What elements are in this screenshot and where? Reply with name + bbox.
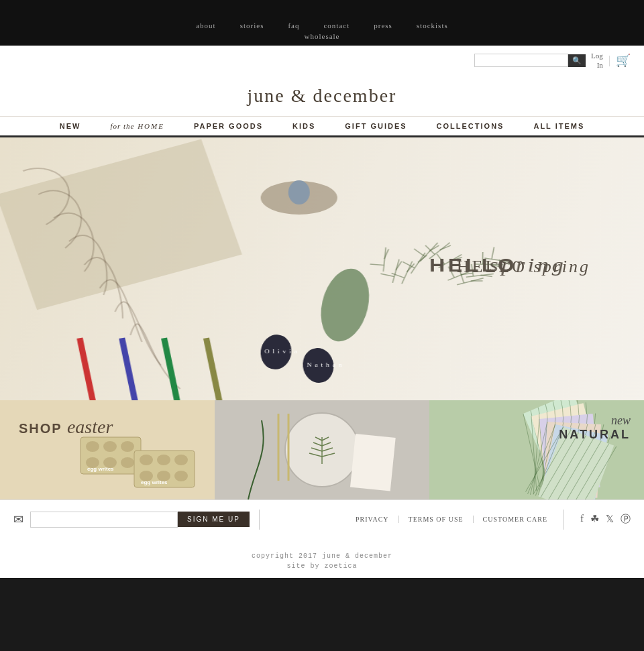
shop-word: SHOP [19, 421, 67, 436]
nav-contact[interactable]: contact [311, 21, 362, 29]
mainnav-gift-guides[interactable]: GIFT GUIDES [330, 122, 421, 130]
mainnav-paper-goods[interactable]: PAPER GOODS [179, 122, 278, 130]
hero-hello: HELLO [457, 257, 527, 276]
promo-tile-table[interactable] [215, 400, 429, 499]
social-icons: f ☘ 𝕏 Ⓟ [580, 513, 631, 526]
nav-stories[interactable]: stories [228, 21, 276, 29]
nav-wholesale[interactable]: wholesale [305, 32, 340, 42]
login-link[interactable]: LogIn [591, 51, 603, 70]
footer-links: PRIVACY TERMS OF USE CUSTOMER CARE [346, 516, 557, 523]
site-logo[interactable]: june & december [0, 85, 644, 107]
top-bar [0, 0, 644, 15]
easter-word: easter [67, 416, 113, 437]
mainnav-collections[interactable]: COLLECTIONS [422, 122, 519, 130]
hero-text: HELLO spring [457, 257, 590, 277]
promo-row: SHOP easter new NATURAL [0, 400, 644, 499]
nav-faq[interactable]: FAQ [276, 21, 311, 29]
instagram-icon[interactable]: ☘ [590, 513, 599, 526]
email-input[interactable] [30, 512, 178, 528]
nav-wholesale-row: wholesale [0, 32, 644, 42]
footer-site-by: site by zoetica [0, 563, 644, 570]
signup-button[interactable]: SIGN ME UP [178, 512, 250, 527]
mainnav-home[interactable]: for the HOME [95, 122, 179, 130]
utility-bar: 🔍 LogIn | 🛒 [0, 46, 644, 73]
account-area: LogIn | 🛒 [591, 51, 631, 70]
footer-customer-care[interactable]: CUSTOMER CARE [474, 516, 557, 523]
divider [259, 510, 260, 530]
promo-tile-easter[interactable]: SHOP easter [0, 400, 215, 499]
footer-bottom: copyright 2017 june & december site by z… [0, 539, 644, 578]
footer-terms[interactable]: TERMS OF USE [399, 516, 474, 523]
natural-word: NATURAL [559, 428, 631, 441]
table-canvas [215, 400, 429, 499]
nav-stockists[interactable]: stockists [405, 21, 460, 29]
promo-tile-natural[interactable]: new NATURAL [429, 400, 644, 499]
cart-icon[interactable]: 🛒 [616, 53, 631, 68]
easter-label: SHOP easter [19, 416, 113, 438]
hero-section: HELLO spring [0, 137, 644, 400]
twitter-icon[interactable]: 𝕏 [606, 513, 614, 526]
footer-privacy[interactable]: PRIVACY [346, 516, 399, 523]
hero-spring: spring [534, 257, 590, 276]
natural-label: new NATURAL [559, 414, 631, 442]
nav-press[interactable]: press [362, 21, 405, 29]
logo-area: june & december [0, 73, 644, 116]
mail-icon: ✉ [13, 512, 23, 527]
search-form: 🔍 [474, 54, 586, 67]
footer-signup: ✉ SIGN ME UP PRIVACY TERMS OF USE CUSTOM… [0, 499, 644, 539]
new-word: new [559, 414, 631, 428]
search-input[interactable] [474, 54, 568, 67]
main-nav: NEW for the HOME PAPER GOODS KIDS GIFT G… [0, 116, 644, 137]
footer-copyright: copyright 2017 june & december [0, 552, 644, 560]
facebook-icon[interactable]: f [580, 513, 584, 526]
mainnav-new[interactable]: NEW [45, 122, 96, 130]
nav-about[interactable]: about [184, 21, 227, 29]
mainnav-all-items[interactable]: ALL ITEMS [519, 122, 599, 130]
top-nav: about stories FAQ contact press stockist… [0, 17, 644, 32]
top-nav-wrapper: about stories FAQ contact press stockist… [0, 15, 644, 46]
mainnav-kids[interactable]: KIDS [278, 122, 330, 130]
divider2 [564, 510, 564, 530]
easter-canvas [0, 400, 215, 499]
pinterest-icon[interactable]: Ⓟ [621, 513, 631, 526]
search-button[interactable]: 🔍 [568, 54, 586, 67]
